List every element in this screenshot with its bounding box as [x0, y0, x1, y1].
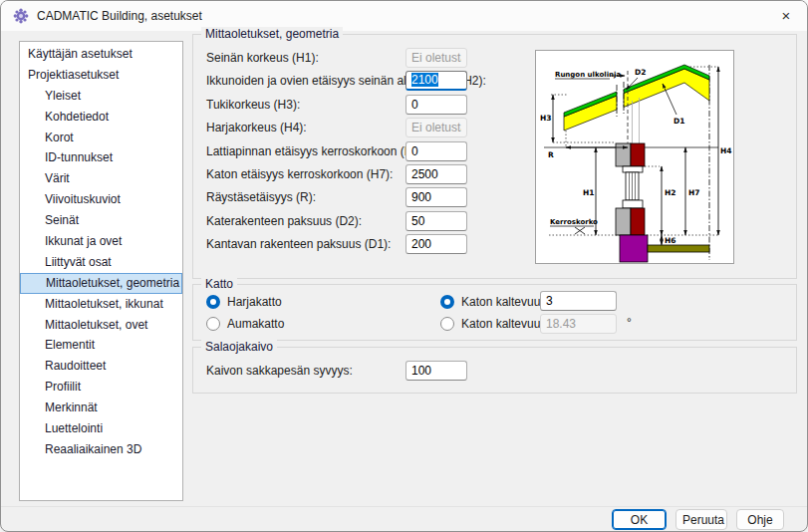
title-bar: CADMATIC Building, asetukset × — [1, 1, 807, 31]
wall-height-h1-input[interactable] — [405, 48, 467, 68]
sidebar-item-ikkunat-ja-ovet[interactable]: Ikkunat ja ovet — [20, 231, 182, 252]
sidebar-item-elementit[interactable]: Elementit — [20, 335, 182, 356]
slope-ratio-input[interactable] — [540, 291, 617, 311]
diagram-h3-label: H3 — [540, 114, 552, 123]
geometry-defaults-group: Mittaoletukset, geometria Seinän korkeus… — [192, 34, 797, 279]
diagram-frame-line-label: Rungon ulkolinja — [555, 71, 621, 79]
diagram-d2-label: D2 — [635, 68, 646, 77]
sidebar-item-id-tunnukset[interactable]: ID-tunnukset — [20, 147, 182, 168]
ridge-height-h4-input[interactable] — [405, 118, 467, 137]
ok-button[interactable]: OK — [612, 509, 667, 530]
bearing-thickness-d1-input[interactable] — [405, 234, 467, 254]
cancel-button[interactable]: Peruuta — [675, 509, 727, 530]
floor-offset-h6-input[interactable] — [405, 141, 467, 161]
sidebar-item-raudoitteet[interactable]: Raudoitteet — [20, 356, 182, 377]
cover-thickness-label: Katerakenteen paksuus (D2): — [206, 211, 362, 231]
window-door-offset-h2-input[interactable]: 2100 — [405, 71, 467, 91]
slope-angle-input[interactable] — [540, 314, 617, 334]
drain-well-group: Salaojakaivo Kaivon sakkapesän syvyys: — [192, 347, 797, 394]
eave-distance-label: Räystäsetäisyys (R): — [206, 187, 316, 207]
roof-offset-label: Katon etäisyys kerroskorkoon (H7): — [206, 164, 393, 184]
diagram-h2-label: H2 — [665, 188, 676, 197]
diagram-d1-label: D1 — [673, 117, 684, 126]
floor-offset-label: Lattiapinnan etäisyys kerroskorkoon (H6)… — [206, 141, 426, 161]
sidebar-item-varit[interactable]: Värit — [20, 168, 182, 189]
sidebar-item-luettelointi[interactable]: Luettelointi — [20, 418, 182, 439]
footer-separator — [1, 506, 808, 507]
sidebar-item-seinat[interactable]: Seinät — [20, 210, 182, 231]
diagram-h1-label: H1 — [583, 188, 595, 197]
bearing-thickness-label: Kantavan rakenteen paksuus (D1): — [206, 234, 391, 254]
roof-diagram-svg: Rungon ulkolinja D2 D1 H3 H1 R H4 H7 H2 … — [536, 51, 733, 263]
hip-roof-radio[interactable] — [206, 317, 220, 331]
support-height-label: Tukikorkeus (H3): — [206, 95, 300, 115]
field-row-well-depth: Kaivon sakkapesän syvyys: — [206, 361, 764, 381]
drain-group-title: Salaojakaivo — [201, 340, 277, 354]
app-gear-icon — [13, 8, 29, 24]
sidebar-item-reaaliaikainen-3d[interactable]: Reaaliaikainen 3D — [20, 439, 182, 460]
eave-distance-r-input[interactable] — [405, 187, 467, 207]
sidebar-item-mittaoletukset-geometria[interactable]: Mittaoletukset, geometria — [20, 273, 182, 294]
sidebar-item-kayttajan-asetukset[interactable]: Käyttäjän asetukset — [20, 44, 182, 65]
diagram-floor-level-label: Kerroskorko — [550, 218, 598, 226]
diagram-h7-label: H7 — [688, 188, 700, 197]
diagram-h4-label: H4 — [720, 146, 732, 155]
sidebar-item-kohdetiedot[interactable]: Kohdetiedot — [20, 107, 182, 128]
settings-dialog: CADMATIC Building, asetukset × Käyttäjän… — [0, 0, 808, 532]
support-height-h3-input[interactable] — [405, 95, 467, 115]
slope-angle-radio[interactable] — [440, 317, 454, 331]
diagram-h6-label: H6 — [665, 236, 676, 245]
sidebar-item-projektiasetukset[interactable]: Projektiasetukset — [20, 65, 182, 86]
sidebar-item-mittaoletukset-ikkunat[interactable]: Mittaoletukset, ikkunat — [20, 294, 182, 315]
window-title: CADMATIC Building, asetukset — [37, 9, 202, 23]
ridge-height-label: Harjakorkeus (H4): — [206, 118, 307, 137]
hip-roof-option[interactable]: Aumakatto — [206, 315, 284, 333]
sidebar-item-liittyvat-osat[interactable]: Liittyvät osat — [20, 252, 182, 273]
roof-section-diagram: Rungon ulkolinja D2 D1 H3 H1 R H4 H7 H2 … — [535, 50, 734, 264]
cover-thickness-d2-input[interactable] — [405, 211, 467, 231]
degree-unit: ° — [627, 316, 632, 330]
settings-nav-sidebar: Käyttäjän asetukset Projektiasetukset Yl… — [19, 41, 183, 501]
roof-group-title: Katto — [201, 277, 237, 291]
roof-offset-h7-input[interactable] — [405, 164, 467, 184]
sidebar-item-merkinnat[interactable]: Merkinnät — [20, 398, 182, 418]
help-button[interactable]: Ohje — [736, 509, 784, 530]
geometry-group-title: Mittaoletukset, geometria — [201, 27, 343, 41]
sidebar-item-yleiset[interactable]: Yleiset — [20, 86, 182, 107]
sidebar-item-korot[interactable]: Korot — [20, 128, 182, 148]
sidebar-item-mittaoletukset-ovet[interactable]: Mittaoletukset, ovet — [20, 315, 182, 336]
gable-roof-label: Harjakatto — [227, 295, 282, 309]
close-icon[interactable]: × — [765, 1, 807, 31]
gable-roof-option[interactable]: Harjakatto — [206, 293, 282, 311]
well-depth-input[interactable] — [405, 361, 467, 381]
gable-roof-radio[interactable] — [206, 295, 220, 309]
hip-roof-label: Aumakatto — [227, 317, 284, 331]
wall-height-label: Seinän korkeus (H1): — [206, 48, 319, 68]
sidebar-item-profiilit[interactable]: Profiilit — [20, 377, 182, 398]
roof-group: Katto Harjakatto Aumakatto Katon kaltevu… — [192, 284, 797, 341]
well-depth-label: Kaivon sakkapesän syvyys: — [206, 361, 353, 381]
diagram-r-label: R — [548, 150, 554, 159]
sidebar-item-viivoituskuviot[interactable]: Viivoituskuviot — [20, 189, 182, 210]
slope-ratio-radio[interactable] — [440, 295, 454, 309]
